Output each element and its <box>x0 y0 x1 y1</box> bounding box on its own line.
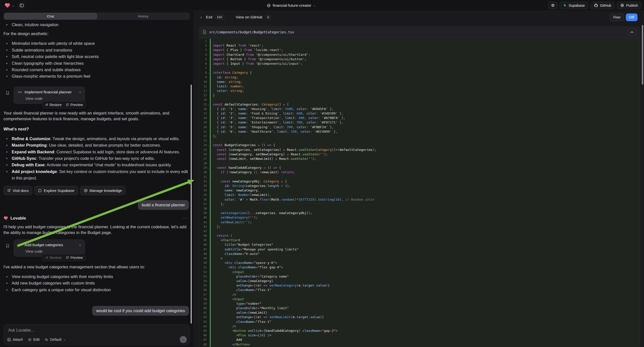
panel-icon <box>20 4 24 7</box>
code-line: 54 value={newCategory} <box>199 279 640 283</box>
code-line: 50 <div className="space-y-6"> <box>199 260 640 265</box>
diff-toggle-button[interactable]: Diff <box>626 14 638 21</box>
new-file-icon <box>203 30 206 34</box>
fold-chevron-icon[interactable]: ⌄ <box>207 143 210 147</box>
top-header: ⌄ financial-future-creator ⌄ ⚙ Supabase <box>0 0 644 11</box>
publish-button[interactable]: Publish <box>617 2 642 9</box>
leading-bullet-list: Clean, intuitive navigation <box>4 22 190 28</box>
code-line: 55 onChange={(e) => setNewCategory(e.tar… <box>199 283 640 288</box>
sidebar-toggle-button[interactable] <box>18 2 26 9</box>
code-line: 33 id: String(categories.length + 1), <box>199 184 640 188</box>
explore-supabase-button[interactable]: Explore Supabase <box>34 186 78 195</box>
attach-button[interactable]: Attach <box>7 338 23 342</box>
manage-knowledge-label: Manage knowledge <box>90 188 122 193</box>
code-line: 23 <box>199 138 640 143</box>
chat-scrollbar[interactable] <box>191 85 192 324</box>
chevron-right-icon: › <box>80 243 81 247</box>
version-actions: ↺ Restore Preview <box>42 101 86 108</box>
restore-button[interactable]: ↺ Restore <box>45 256 62 260</box>
arrow-up-icon: ↑ <box>182 338 184 342</box>
globe-icon <box>266 4 270 8</box>
code-icon: <> <box>18 243 22 247</box>
restore-icon: ↺ <box>45 103 48 107</box>
preview-button[interactable]: Preview <box>66 256 83 260</box>
code-line: 67 Add <box>199 338 640 342</box>
preview-button[interactable]: Preview <box>66 103 83 107</box>
code-line: 13} <box>199 93 640 98</box>
code-line: 3import { Plus } from 'lucide-react'; <box>199 48 640 52</box>
view-code-link[interactable]: View code <box>26 96 81 100</box>
send-button[interactable]: ↑ <box>180 336 187 343</box>
visit-docs-label: Visit docs <box>13 188 29 193</box>
supabase-icon <box>563 4 566 7</box>
github-label: GitHub <box>600 4 611 8</box>
chevron-down-icon[interactable]: ⌄ <box>12 4 14 7</box>
code-line: 65 <Button onClick={handleAddCategory} c… <box>199 328 640 333</box>
project-switcher[interactable]: financial-future-creator ⌄ <box>266 0 316 11</box>
fold-chevron-icon[interactable]: ⌄ <box>207 179 210 184</box>
list-item: Rounded corners and subtle shadows <box>4 66 190 73</box>
tab-chat[interactable]: Chat <box>4 13 97 20</box>
image-icon <box>7 338 11 342</box>
code-line: 62 onChange={(e) => setNewLimit(e.target… <box>199 315 640 319</box>
bookmark-icon[interactable] <box>6 90 10 104</box>
code-icon: <> <box>18 90 22 94</box>
supabase-button[interactable]: Supabase <box>560 2 588 9</box>
list-item: Each category gets a unique color for vi… <box>4 286 190 293</box>
exit-button[interactable]: Exit <box>206 15 212 20</box>
view-code-link[interactable]: View code <box>26 249 81 254</box>
gear-icon: ⚙ <box>551 3 555 8</box>
code-line: 11 limit: number; <box>199 84 640 88</box>
version-card-row: <> Implement financial planner › View co… <box>6 87 190 104</box>
publish-globe-icon <box>620 4 624 7</box>
preview-label: Preview <box>70 256 83 260</box>
mode-label: Default <box>50 338 62 342</box>
fold-chevron-icon[interactable]: ⌄ <box>207 102 210 107</box>
code-line: 37 }; <box>199 202 640 206</box>
list-item: GitHub Sync: Transfer your project's cod… <box>4 155 190 162</box>
code-line: 53 placeholder="Category name" <box>199 274 640 279</box>
github-button[interactable]: GitHub <box>590 2 615 9</box>
code-line: 45 <ChartCard <box>199 238 640 242</box>
code-line: 58 <Input <box>199 297 640 302</box>
back-chevron-icon[interactable]: ‹ <box>200 14 202 20</box>
code-panel: ‹ Exit ESC View on GitHub G Raw Diff src… <box>194 11 644 347</box>
user-message-row: would be cool if you could add budget ca… <box>4 306 190 316</box>
code-line: 63 className="flex-1" <box>199 320 640 324</box>
restore-button[interactable]: ↺ Restore <box>45 103 62 107</box>
manage-knowledge-button[interactable]: Manage knowledge <box>80 186 126 195</box>
chevron-right-icon: › <box>80 90 81 94</box>
collapse-file-button[interactable] <box>627 28 636 36</box>
code-line: 31 <box>199 175 640 179</box>
code-line: 2import React from 'react'; <box>199 43 640 48</box>
project-name: financial-future-creator <box>272 3 311 8</box>
lovable-logo-heart-icon[interactable] <box>4 2 10 8</box>
attach-label: Attach <box>13 338 23 342</box>
view-on-github-link[interactable]: View on GitHub <box>236 15 262 20</box>
list-item: Add project knowledge: Set key context o… <box>4 168 190 182</box>
code-line: 61 value={newLimit} <box>199 310 640 315</box>
settings-button[interactable]: ⚙ <box>548 2 557 9</box>
fold-chevron-icon[interactable]: ⌄ <box>207 166 210 170</box>
code-line: 15⌄const defaultCategories: Category[] =… <box>199 102 640 107</box>
chat-input[interactable] <box>8 328 172 332</box>
code-line: 4import ChartCard from '@/components/ui/… <box>199 52 640 57</box>
more-options-icon[interactable]: ··· <box>183 216 190 220</box>
code-lines[interactable]: 12import React from 'react';3import { Pl… <box>199 38 640 347</box>
file-card: src/components/budget/BudgetCategories.t… <box>199 26 640 347</box>
package-icon <box>84 189 88 192</box>
visit-docs-button[interactable]: Visit docs <box>4 186 32 195</box>
list-item: View existing budget categories with the… <box>4 273 190 280</box>
mode-selector[interactable]: Default ⌄ <box>44 338 66 342</box>
code-scrollbar[interactable] <box>642 25 643 85</box>
raw-toggle-button[interactable]: Raw <box>610 14 624 21</box>
bookmark-icon[interactable] <box>6 244 10 257</box>
file-header[interactable]: src/components/budget/BudgetCategories.t… <box>199 27 640 38</box>
tab-history[interactable]: History <box>97 13 190 20</box>
list-item: Minimalist interface with plenty of whit… <box>4 40 190 46</box>
fold-chevron-icon[interactable]: ⌄ <box>207 70 210 75</box>
code-line: 14 <box>199 98 640 102</box>
edit-button[interactable]: Edit <box>28 338 40 342</box>
design-bullet-list: Minimalist interface with plenty of whit… <box>4 40 190 80</box>
code-line: 39 setCategories([...categories, newCate… <box>199 211 640 215</box>
